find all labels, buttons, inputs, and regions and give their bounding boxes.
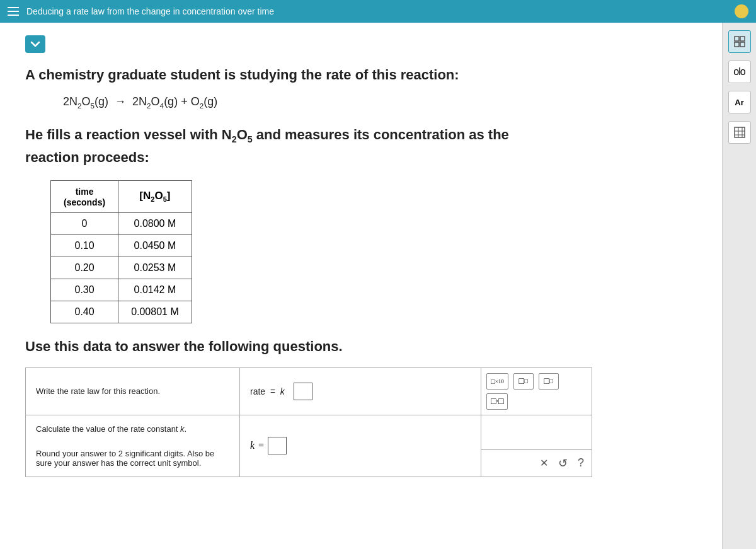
x10-button[interactable]: □×10 — [486, 373, 508, 390]
math-tools-bottom-row: □·□ — [486, 393, 587, 410]
table-cell-conc: 0.0800 M — [118, 212, 192, 234]
superscript-button[interactable]: □□ — [513, 373, 534, 390]
table-cell-conc: 0.0253 M — [118, 257, 192, 279]
question-1: Write the rate law for this reaction. — [26, 368, 240, 415]
table-cell-time: 0.40 — [51, 301, 118, 323]
question-2: Calculate the value of the rate constant… — [26, 415, 240, 477]
svg-rect-3 — [740, 42, 745, 47]
math-tools-top-row: □×10 □□ □□ — [486, 373, 587, 390]
sidebar-grid-icon[interactable] — [728, 121, 751, 144]
data-table: time(seconds) [N2O5] 00.0800 M0.100.0450… — [50, 180, 192, 323]
svg-rect-2 — [735, 42, 739, 47]
he-fills-text: He fills a reaction vessel with N2O5 and… — [25, 124, 697, 168]
chevron-down-icon — [30, 39, 40, 49]
hamburger-menu[interactable] — [8, 7, 19, 16]
table-cell-time: 0.10 — [51, 234, 118, 257]
close-button[interactable]: ✕ — [540, 457, 548, 469]
content-area: A chemistry graduate student is studying… — [0, 23, 722, 549]
problem-intro: A chemistry graduate student is studying… — [25, 66, 697, 85]
answer-row-1: Write the rate law for this reaction. ra… — [26, 368, 592, 415]
dot-multiply-button[interactable]: □·□ — [486, 393, 508, 410]
svg-rect-4 — [735, 127, 745, 137]
table-header-time: time(seconds) — [51, 180, 118, 212]
top-bar: Deducing a rate law from the change in c… — [0, 0, 756, 23]
top-bar-avatar — [735, 4, 748, 18]
svg-rect-0 — [735, 37, 739, 41]
table-row: 0.400.00801 M — [51, 301, 192, 323]
rate-label: rate = k — [250, 386, 290, 396]
sidebar-ar-icon[interactable]: Ar — [728, 91, 751, 113]
help-button[interactable]: ? — [578, 456, 584, 470]
rate-law-input-area: rate = k — [240, 368, 481, 415]
table-row: 0.300.0142 M — [51, 279, 192, 301]
answer-row-2: Calculate the value of the rate constant… — [26, 415, 592, 477]
k-value-input-area: k = — [240, 415, 481, 477]
answer-section-table: Write the rate law for this reaction. ra… — [25, 367, 592, 477]
svg-rect-1 — [740, 37, 745, 41]
sidebar-chart-icon[interactable]: olo — [728, 61, 751, 83]
math-tools-row1: □×10 □□ □□ □·□ — [481, 368, 592, 415]
bottom-action-row: ✕ ↺ ? — [481, 449, 592, 477]
sidebar-table-icon[interactable] — [728, 30, 751, 53]
main-container: A chemistry graduate student is studying… — [0, 23, 756, 549]
table-cell-time: 0.20 — [51, 257, 118, 279]
chevron-down-button[interactable] — [25, 35, 45, 53]
table-cell-time: 0 — [51, 212, 118, 234]
table-cell-conc: 0.0450 M — [118, 234, 192, 257]
use-data-text: Use this data to answer the following qu… — [25, 338, 697, 355]
top-bar-title: Deducing a rate law from the change in c… — [26, 6, 274, 16]
k-value-input-box[interactable] — [268, 437, 287, 454]
right-sidebar: olo Ar — [722, 23, 756, 549]
bottom-action-panel: ✕ ↺ ? — [481, 415, 592, 477]
table-row: 0.100.0450 M — [51, 234, 192, 257]
table-cell-conc: 0.00801 M — [118, 301, 192, 323]
table-cell-conc: 0.0142 M — [118, 279, 192, 301]
reaction-equation: 2N2O5(g) → 2N2O4(g) + O2(g) — [63, 93, 697, 112]
table-row: 0.200.0253 M — [51, 257, 192, 279]
table-cell-time: 0.30 — [51, 279, 118, 301]
table-row: 00.0800 M — [51, 212, 192, 234]
answer-section: Write the rate law for this reaction. ra… — [25, 367, 592, 477]
table-header-conc: [N2O5] — [118, 180, 192, 212]
undo-button[interactable]: ↺ — [558, 456, 568, 470]
rate-law-input-box[interactable] — [294, 383, 312, 400]
power-button[interactable]: □□ — [539, 373, 559, 390]
